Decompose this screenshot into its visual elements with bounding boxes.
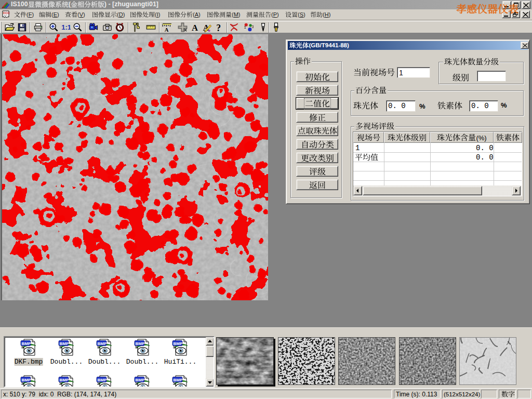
svg-text:A: A bbox=[192, 23, 198, 32]
svg-text:BMP: BMP bbox=[174, 341, 183, 346]
svg-text:BMP: BMP bbox=[22, 341, 31, 346]
svg-text:DOC: DOC bbox=[3, 11, 10, 15]
svg-text:BMP: BMP bbox=[22, 378, 31, 382]
svg-text:BMP: BMP bbox=[174, 378, 183, 382]
svg-text:BMP: BMP bbox=[60, 378, 69, 382]
svg-text:?: ? bbox=[216, 23, 221, 32]
svg-text:BMP: BMP bbox=[136, 341, 145, 346]
svg-text:BMP: BMP bbox=[60, 341, 69, 346]
svg-text:BMP: BMP bbox=[98, 341, 107, 346]
svg-text:1:1: 1:1 bbox=[61, 23, 71, 31]
svg-text:BMP: BMP bbox=[136, 378, 145, 382]
svg-text:BMP: BMP bbox=[98, 378, 107, 382]
svg-text:3: 3 bbox=[251, 24, 254, 29]
svg-text:1: 1 bbox=[244, 25, 246, 30]
svg-text:A: A bbox=[165, 26, 169, 32]
